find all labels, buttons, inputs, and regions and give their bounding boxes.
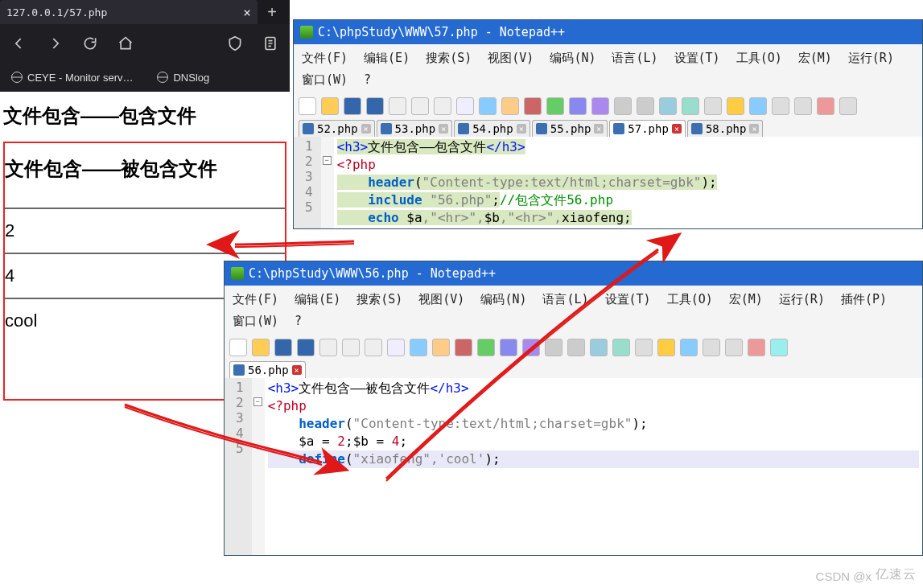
menu-search[interactable]: 搜索(S) — [348, 289, 410, 310]
file-tab[interactable]: 54.php× — [454, 120, 530, 137]
allchars-icon[interactable] — [682, 97, 699, 115]
saveall-icon[interactable] — [297, 339, 315, 356]
func-icon[interactable] — [749, 97, 767, 115]
tab-close-icon[interactable]: × — [361, 124, 371, 134]
saveall-icon[interactable] — [366, 97, 384, 115]
rec-icon[interactable] — [817, 97, 834, 115]
window-title-bar[interactable]: C:\phpStudy\WWW\56.php - Notepad++ — [225, 261, 922, 286]
copy-icon[interactable] — [410, 339, 427, 356]
refresh-icon[interactable] — [82, 35, 98, 51]
menu-settings[interactable]: 设置(T) — [597, 289, 659, 310]
tab-close-icon[interactable]: × — [439, 124, 448, 134]
menu-macro[interactable]: 宏(M) — [790, 47, 840, 69]
menu-file[interactable]: 文件(F) — [225, 289, 286, 310]
more2-icon[interactable] — [725, 339, 743, 356]
tab-close-icon[interactable]: × — [517, 124, 526, 134]
menu-help[interactable]: ? — [286, 310, 310, 332]
find-icon[interactable] — [500, 339, 517, 356]
closeall-icon[interactable] — [342, 339, 360, 356]
menu-window[interactable]: 窗口(W) — [225, 310, 286, 332]
replace-icon[interactable] — [591, 97, 609, 115]
undo-icon[interactable] — [455, 339, 472, 356]
replace-icon[interactable] — [522, 339, 540, 356]
redo-icon[interactable] — [546, 97, 564, 115]
func-icon[interactable] — [680, 339, 698, 356]
menu-window[interactable]: 窗口(W) — [294, 69, 356, 91]
bookmark-ceye[interactable]: CEYE - Monitor serv… — [11, 72, 133, 84]
redo-icon[interactable] — [477, 339, 495, 356]
new-icon[interactable] — [229, 339, 247, 356]
print-icon[interactable] — [434, 97, 451, 115]
copy-icon[interactable] — [479, 97, 497, 115]
closeall-icon[interactable] — [411, 97, 429, 115]
home-icon[interactable] — [117, 35, 134, 51]
menu-file[interactable]: 文件(F) — [294, 47, 356, 69]
folder-icon[interactable] — [727, 97, 744, 115]
code-content[interactable]: <h3>文件包含——包含文件</h3> <?php header("Conten… — [334, 137, 720, 228]
find-icon[interactable] — [569, 97, 587, 115]
bookmark-dnslog[interactable]: DNSlog — [157, 72, 209, 84]
menu-language[interactable]: 语言(L) — [534, 289, 596, 310]
wrap-icon[interactable] — [590, 339, 608, 356]
menu-view[interactable]: 视图(V) — [480, 47, 542, 69]
file-tab[interactable]: 53.php× — [377, 120, 453, 137]
indent-icon[interactable] — [704, 97, 722, 115]
tab-close-icon[interactable]: × — [243, 5, 251, 20]
menu-run[interactable]: 运行(R) — [771, 289, 833, 310]
new-icon[interactable] — [299, 97, 316, 115]
menu-plugins[interactable]: 插件(P) — [833, 289, 895, 310]
print-icon[interactable] — [365, 339, 382, 356]
fold-margin[interactable]: − — [252, 378, 265, 555]
browser-tab[interactable]: 127.0.0.1/57.php × — [0, 0, 258, 24]
shield-icon[interactable] — [227, 35, 243, 51]
fold-margin[interactable]: − — [321, 137, 334, 228]
rec-icon[interactable] — [748, 339, 765, 356]
paste-icon[interactable] — [501, 97, 519, 115]
tab-close-icon[interactable]: × — [749, 124, 759, 134]
window-title-bar[interactable]: C:\phpStudy\WWW\57.php - Notepad++ — [294, 20, 922, 44]
tab-close-icon[interactable]: × — [672, 124, 682, 134]
menu-language[interactable]: 语言(L) — [604, 47, 665, 69]
zoomin-icon[interactable] — [545, 339, 562, 356]
allchars-icon[interactable] — [612, 339, 630, 356]
zoomout-icon[interactable] — [637, 97, 654, 115]
menu-tools[interactable]: 工具(O) — [659, 289, 721, 310]
eye-icon[interactable] — [770, 339, 788, 356]
cut-icon[interactable] — [387, 339, 405, 356]
wrap-icon[interactable] — [659, 97, 677, 115]
save-icon[interactable] — [274, 339, 292, 356]
zoomout-icon[interactable] — [567, 339, 585, 356]
file-tab[interactable]: 52.php× — [299, 120, 375, 137]
open-icon[interactable] — [252, 339, 270, 356]
file-tab[interactable]: 55.php× — [532, 120, 608, 137]
menu-encoding[interactable]: 编码(N) — [542, 47, 604, 69]
file-tab[interactable]: 58.php× — [687, 120, 764, 137]
folder-icon[interactable] — [657, 339, 675, 356]
new-tab-button[interactable]: + — [258, 0, 286, 24]
menu-search[interactable]: 搜索(S) — [418, 47, 480, 69]
editor-area[interactable]: 12345 − <h3>文件包含——被包含文件</h3> <?php heade… — [225, 378, 922, 555]
zoomin-icon[interactable] — [614, 97, 632, 115]
menu-help[interactable]: ? — [356, 69, 379, 91]
save-icon[interactable] — [344, 97, 361, 115]
menu-view[interactable]: 视图(V) — [410, 289, 472, 310]
paste-icon[interactable] — [432, 339, 450, 356]
back-icon[interactable] — [11, 35, 27, 51]
close-icon[interactable] — [389, 97, 406, 115]
menu-edit[interactable]: 编辑(E) — [356, 47, 418, 69]
more-icon[interactable] — [703, 339, 720, 356]
cut-icon[interactable] — [456, 97, 474, 115]
indent-icon[interactable] — [635, 339, 653, 356]
reader-icon[interactable] — [262, 35, 278, 51]
editor-area[interactable]: 12345 − <h3>文件包含——包含文件</h3> <?php header… — [294, 137, 922, 228]
menu-macro[interactable]: 宏(M) — [721, 289, 771, 310]
menu-edit[interactable]: 编辑(E) — [286, 289, 348, 310]
code-content[interactable]: <h3>文件包含——被包含文件</h3> <?php header("Conte… — [265, 378, 922, 555]
undo-icon[interactable] — [524, 97, 542, 115]
menu-run[interactable]: 运行(R) — [840, 47, 902, 69]
menu-settings[interactable]: 设置(T) — [666, 47, 728, 69]
close-icon[interactable] — [319, 339, 337, 356]
tab-close-icon[interactable]: × — [292, 365, 302, 375]
open-icon[interactable] — [321, 97, 339, 115]
more2-icon[interactable] — [794, 97, 812, 115]
